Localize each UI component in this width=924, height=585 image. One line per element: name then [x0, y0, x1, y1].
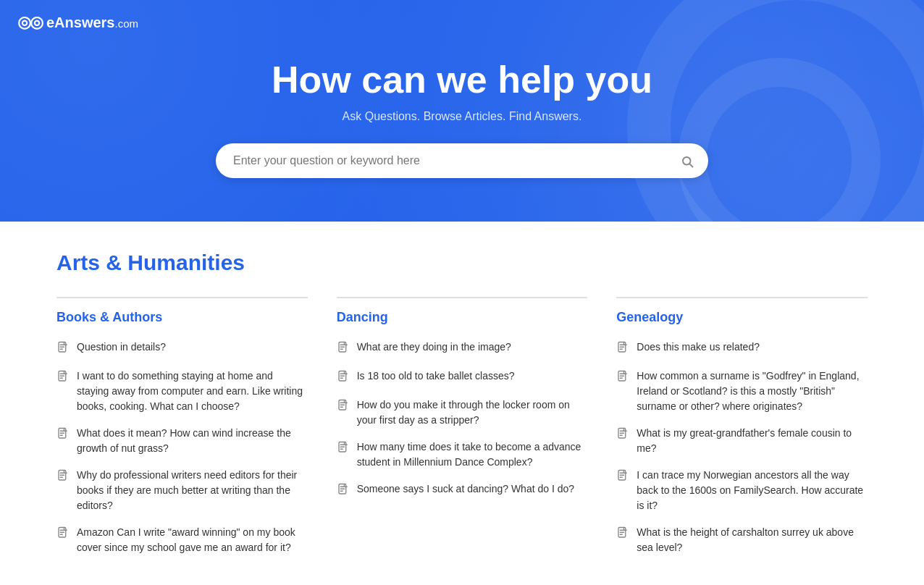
main-content: Arts & Humanities Books & AuthorsQuestio… [28, 222, 896, 585]
question-text: Someone says I suck at dancing? What do … [357, 481, 574, 497]
list-item[interactable]: I want to do something staying at home a… [56, 369, 308, 414]
question-list-genealogy: Does this make us related?How common a s… [616, 340, 868, 555]
question-text: How common a surname is "Godfrey" in Eng… [637, 369, 868, 414]
question-icon [337, 439, 350, 457]
list-item[interactable]: How do you make it through the locker ro… [337, 397, 588, 428]
categories-grid: Books & AuthorsQuestion in details?I wan… [56, 297, 868, 555]
category-title-dancing: Dancing [337, 310, 588, 325]
svg-line-1 [689, 164, 692, 167]
question-icon [337, 340, 350, 357]
list-item[interactable]: Someone says I suck at dancing? What do … [337, 481, 588, 499]
question-icon [56, 525, 70, 542]
search-button[interactable] [678, 151, 697, 171]
question-icon [616, 340, 629, 357]
document-icon [337, 483, 350, 496]
document-icon [616, 341, 629, 354]
document-icon [337, 370, 350, 383]
hero-subtitle: Ask Questions. Browse Articles. Find Ans… [14, 110, 910, 123]
question-text: What is my great-grandfather's female co… [637, 426, 868, 456]
category-col-genealogy: GenealogyDoes this make us related?How c… [616, 297, 868, 555]
question-icon [337, 481, 350, 499]
document-icon [616, 526, 629, 539]
list-item[interactable]: Why do professional writers need editors… [56, 468, 308, 513]
question-icon [56, 468, 70, 485]
list-item[interactable]: Question in details? [56, 340, 308, 357]
question-icon [616, 525, 629, 542]
section-title: Arts & Humanities [56, 251, 868, 275]
question-icon [56, 369, 70, 386]
document-icon [337, 399, 350, 412]
hero-title: How can we help you [14, 58, 910, 101]
question-list-books-authors: Question in details?I want to do somethi… [56, 340, 308, 555]
category-col-dancing: DancingWhat are they doing in the image?… [337, 297, 588, 555]
question-text: I want to do something staying at home a… [77, 369, 308, 414]
document-icon [56, 526, 70, 539]
question-icon [616, 369, 629, 386]
list-item[interactable]: I can trace my Norwegian ancestors all t… [616, 468, 868, 513]
logo-brand: eAnswers.com [46, 14, 138, 31]
document-icon [337, 341, 350, 354]
document-icon [337, 441, 350, 454]
list-item[interactable]: What is the height of carshalton surrey … [616, 525, 868, 555]
hero-section: ◎◎ eAnswers.com How can we help you Ask … [0, 0, 924, 222]
search-input[interactable] [233, 154, 678, 167]
logo-icon: ◎◎ [17, 13, 42, 32]
document-icon [56, 427, 70, 440]
document-icon [616, 370, 629, 383]
list-item[interactable]: Is 18 too old to take ballet classes? [337, 369, 588, 386]
question-icon [616, 468, 629, 485]
list-item[interactable]: What does it mean? How can wind increase… [56, 426, 308, 456]
question-text: Amazon Can I write "award winning" on my… [77, 525, 308, 555]
question-text: How do you make it through the locker ro… [357, 397, 588, 428]
question-text: How many time does it take to become a a… [357, 439, 588, 470]
logo[interactable]: ◎◎ eAnswers.com [17, 13, 138, 32]
category-col-books-authors: Books & AuthorsQuestion in details?I wan… [56, 297, 308, 555]
question-icon [56, 426, 70, 443]
question-text: What is the height of carshalton surrey … [637, 525, 868, 555]
question-icon [56, 340, 70, 357]
category-title-books-authors: Books & Authors [56, 310, 308, 325]
question-text: What are they doing in the image? [357, 340, 511, 355]
list-item[interactable]: How common a surname is "Godfrey" in Eng… [616, 369, 868, 414]
question-text: Does this make us related? [637, 340, 760, 355]
document-icon [616, 427, 629, 440]
document-icon [616, 469, 629, 482]
document-icon [56, 370, 70, 383]
question-text: Is 18 too old to take ballet classes? [357, 369, 515, 384]
list-item[interactable]: Amazon Can I write "award winning" on my… [56, 525, 308, 555]
search-bar [216, 143, 708, 178]
list-item[interactable]: Does this make us related? [616, 340, 868, 357]
list-item[interactable]: What are they doing in the image? [337, 340, 588, 357]
question-icon [337, 397, 350, 415]
category-title-genealogy: Genealogy [616, 310, 868, 325]
list-item[interactable]: How many time does it take to become a a… [337, 439, 588, 470]
question-icon [337, 369, 350, 386]
question-list-dancing: What are they doing in the image?Is 18 t… [337, 340, 588, 499]
question-text: Why do professional writers need editors… [77, 468, 308, 513]
document-icon [56, 341, 70, 354]
search-icon [681, 155, 694, 168]
question-text: Question in details? [77, 340, 166, 355]
document-icon [56, 469, 70, 482]
list-item[interactable]: What is my great-grandfather's female co… [616, 426, 868, 456]
question-text: What does it mean? How can wind increase… [77, 426, 308, 456]
question-icon [616, 426, 629, 443]
question-text: I can trace my Norwegian ancestors all t… [637, 468, 868, 513]
